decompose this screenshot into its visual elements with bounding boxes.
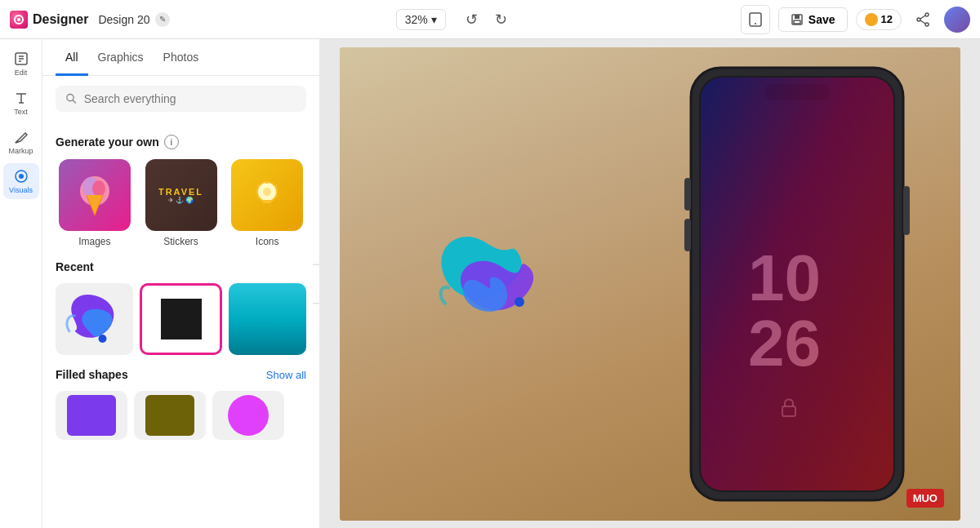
canvas-area: 10 26 <box>320 39 980 528</box>
stickers-thumbnail: TRAVEL ✈ ⚓ 🌍 <box>145 159 217 231</box>
svg-point-7 <box>917 18 920 21</box>
save-label: Save <box>808 13 835 26</box>
markup-label: Markup <box>8 147 33 155</box>
sidebar-item-edit[interactable]: Edit <box>3 46 39 82</box>
recent-item-3[interactable] <box>229 283 306 355</box>
svg-point-34 <box>514 297 524 307</box>
main-content: Edit Text Markup Visuals <box>0 39 980 528</box>
sidebar-item-text[interactable]: Text <box>3 85 39 121</box>
shape-item-purple[interactable] <box>56 391 127 440</box>
phone-mockup: 10 26 <box>683 64 911 504</box>
svg-line-30 <box>275 185 277 187</box>
generate-images[interactable]: Images <box>56 159 134 247</box>
text-label: Text <box>14 108 28 116</box>
search-icon <box>65 92 78 105</box>
markup-icon <box>13 129 29 145</box>
recent-grid <box>56 283 306 355</box>
visuals-label: Visuals <box>9 186 33 194</box>
svg-line-10 <box>920 16 925 19</box>
svg-point-1 <box>17 18 20 21</box>
icons-label: Icons <box>256 236 279 247</box>
tablet-icon-button[interactable] <box>741 5 770 34</box>
sidebar-tools: Edit Text Markup Visuals <box>0 39 42 528</box>
generate-title-text: Generate your own <box>56 135 159 149</box>
design-name-text: Design 20 <box>98 13 149 26</box>
recent-title-text: Recent <box>56 260 94 273</box>
lightbulb-svg <box>249 177 285 213</box>
zoom-control[interactable]: 32% ▾ <box>396 9 446 30</box>
app-logo[interactable]: Designer <box>10 11 88 29</box>
logo-icon <box>10 11 28 29</box>
tab-graphics[interactable]: Graphics <box>88 39 154 76</box>
svg-line-23 <box>73 100 76 104</box>
redo-button[interactable]: ↻ <box>488 7 514 33</box>
svg-rect-44 <box>684 178 691 211</box>
filled-shapes-title: Filled shapes <box>56 368 128 381</box>
shape-item-olive[interactable] <box>134 391 206 440</box>
logo-svg <box>13 14 24 25</box>
images-label: Images <box>78 236 110 247</box>
tablet-icon <box>748 12 763 27</box>
canvas-image[interactable]: 10 26 <box>340 47 960 521</box>
panel-tabs: All Graphics Photos <box>42 39 319 76</box>
recent-black-square <box>161 299 202 339</box>
recent-blob-svg <box>56 283 133 355</box>
svg-line-11 <box>920 20 925 24</box>
svg-point-9 <box>925 23 929 26</box>
coins-count: 12 <box>881 13 893 25</box>
undo-redo-group: ↺ ↻ <box>459 7 514 33</box>
recent-item-1[interactable] <box>56 283 133 355</box>
images-thumbnail <box>59 159 131 231</box>
svg-point-32 <box>263 188 271 196</box>
generate-icons[interactable]: Icons <box>228 159 306 247</box>
show-all-button[interactable]: Show all <box>266 369 306 381</box>
share-icon <box>915 11 931 28</box>
filled-shapes-section: Filled shapes Show all <box>56 368 306 381</box>
svg-rect-5 <box>795 15 800 19</box>
generate-grid: Images TRAVEL ✈ ⚓ 🌍 Stickers <box>56 159 306 247</box>
generate-stickers[interactable]: TRAVEL ✈ ⚓ 🌍 Stickers <box>142 159 220 247</box>
panel: All Graphics Photos Generate your own i <box>42 39 320 528</box>
svg-point-33 <box>99 335 107 343</box>
svg-rect-45 <box>684 219 691 251</box>
design-name-area: Design 20 ✎ <box>98 12 169 27</box>
topbar-actions: Save 12 <box>741 5 970 34</box>
info-button[interactable]: i <box>164 135 179 149</box>
watermark: MUO <box>906 489 944 508</box>
shapes-grid <box>56 391 306 440</box>
svg-point-26 <box>92 180 105 197</box>
stickers-label: Stickers <box>163 236 198 247</box>
panel-collapse-button[interactable]: ‹ <box>313 264 320 304</box>
icons-thumbnail <box>231 159 303 231</box>
svg-point-22 <box>67 94 74 100</box>
text-icon <box>13 90 29 106</box>
share-button[interactable] <box>910 7 936 33</box>
zoom-level: 32% <box>405 13 428 26</box>
magenta-circle <box>228 395 269 436</box>
svg-point-21 <box>19 174 24 179</box>
tab-photos[interactable]: Photos <box>154 39 209 76</box>
stickers-content: TRAVEL ✈ ⚓ 🌍 <box>158 187 203 204</box>
undo-button[interactable]: ↺ <box>459 7 485 33</box>
user-avatar[interactable] <box>944 7 970 33</box>
coins-badge[interactable]: 12 <box>856 9 902 30</box>
topbar-center: 32% ▾ ↺ ↻ <box>180 7 731 33</box>
canvas-blob-svg <box>421 211 585 341</box>
design-badge: ✎ <box>155 12 170 27</box>
svg-rect-43 <box>903 186 910 235</box>
tab-all[interactable]: All <box>56 39 88 76</box>
app-name: Designer <box>33 12 88 27</box>
blob-group <box>421 211 585 344</box>
save-button[interactable]: Save <box>778 7 848 32</box>
edit-icon <box>13 51 29 67</box>
edit-label: Edit <box>15 69 28 77</box>
svg-line-31 <box>257 185 259 187</box>
search-input[interactable] <box>84 92 296 105</box>
generate-section-title: Generate your own i <box>56 135 306 149</box>
recent-item-2[interactable] <box>140 283 222 355</box>
visuals-icon <box>13 168 29 184</box>
shape-item-magenta[interactable] <box>212 391 284 440</box>
sidebar-item-visuals[interactable]: Visuals <box>3 163 39 199</box>
coins-icon <box>865 13 878 26</box>
sidebar-item-markup[interactable]: Markup <box>3 124 39 160</box>
